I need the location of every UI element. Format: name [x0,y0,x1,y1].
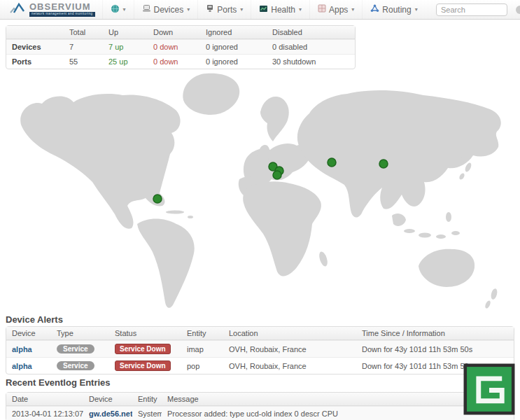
gear-icon[interactable] [516,6,520,14]
eventlog-title: Recent Eventlog Entries [6,377,111,388]
service-down-badge: Service Down [115,344,171,354]
event-device-link[interactable]: gw.de56.net [89,410,132,418]
menu-apps-label: Apps [329,5,348,15]
summary-header-row: Total Up Down Ignored Disabled [6,26,355,39]
menu-apps[interactable]: Apps ▾ [309,0,362,19]
apps-icon [318,4,326,15]
alert-device-link[interactable]: alpha [12,362,32,370]
alerts-col-location: Location [223,327,356,340]
caret-down-icon: ▾ [187,6,190,13]
service-type-badge: Service [57,344,94,354]
eventlog-table: Date Device Entity Message 2013-04-01 12… [6,392,514,420]
eventlog-col-device: Device [83,393,132,406]
device-alerts-panel: Device Type Status Entity Location Time … [6,326,514,374]
eventlog-row: 2013-04-01 12:13:07 gw.de56.net System P… [6,406,514,420]
observium-logo[interactable]: OBSERVIUM network management and monitor… [0,0,102,19]
service-type-badge: Service [57,361,94,370]
alerts-header-row: Device Type Status Entity Location Time … [6,327,514,340]
observium-dashboard: OBSERVIUM network management and monitor… [0,0,520,420]
menu-devices-label: Devices [154,5,184,15]
devices-link[interactable]: Devices [12,43,41,51]
world-map [0,69,520,315]
devices-total: 7 [64,39,103,54]
summary-col-up: Up [103,26,148,39]
device-location-marker[interactable] [328,158,336,167]
status-summary-table: Total Up Down Ignored Disabled Devices 7… [6,25,356,69]
summary-col-disabled: Disabled [267,26,355,39]
world-map-panel [0,69,520,315]
device-location-marker[interactable] [153,195,162,203]
caret-down-icon: ▾ [351,6,354,13]
menu-routing-label: Routing [382,5,411,15]
devices-disabled: 0 disabled [267,39,355,54]
device-location-marker[interactable] [273,171,281,179]
menu-health[interactable]: Health ▾ [251,0,309,19]
devices-up: 7 up [103,39,148,54]
event-date: 2013-04-01 12:13:07 [6,406,83,420]
globe-menu[interactable]: ▾ [102,0,134,19]
event-entity: System [132,406,162,420]
routing-icon [370,4,379,15]
alert-entity: pop [181,357,223,374]
alert-device-link[interactable]: alpha [12,345,32,354]
device-alerts-title: Device Alerts [6,314,63,325]
summary-col-total: Total [64,26,103,39]
eventlog-header-row: Date Device Entity Message [6,393,514,406]
eventlog-col-entity: Entity [132,393,162,406]
menu-health-label: Health [271,5,295,15]
menu-ports-label: Ports [217,5,237,15]
alerts-col-type: Type [51,327,109,340]
g-watermark-logo [461,363,517,416]
ports-up: 25 up [103,54,148,69]
alert-row: alpha Service Service Down imap OVH, Rou… [6,340,514,357]
service-down-badge: Service Down [115,360,171,371]
caret-down-icon: ▾ [123,6,126,13]
alert-time: Down for 43y 101d 11h 53m 50s [356,340,514,357]
caret-down-icon: ▾ [415,6,418,13]
device-alerts-table: Device Type Status Entity Location Time … [6,326,514,374]
main-menu: ▾ Devices ▾ [102,0,426,19]
alerts-col-device: Device [6,327,51,340]
search-input[interactable] [436,4,507,16]
menu-routing[interactable]: Routing ▾ [362,0,425,19]
devices-ignored: 0 ignored [200,39,267,54]
globe-icon [111,4,120,15]
alert-entity: imap [181,340,223,357]
menu-ports[interactable]: Ports ▾ [197,0,251,19]
alerts-col-entity: Entity [181,327,223,340]
alert-row: alpha Service Service Down pop OVH, Roub… [6,357,514,374]
brand-text: OBSERVIUM network management and monitor… [29,2,95,17]
devices-icon [142,4,151,15]
ports-total: 55 [64,54,103,69]
status-summary-panel: Total Up Down Ignored Disabled Devices 7… [6,25,356,69]
alerts-col-status: Status [109,327,181,340]
summary-col-ignored: Ignored [200,26,267,39]
summary-row-devices: Devices 7 7 up 0 down 0 ignored 0 disabl… [6,39,355,54]
device-location-marker[interactable] [379,160,388,168]
ports-down: 0 down [148,54,200,69]
summary-col-down: Down [148,26,200,39]
ports-disabled: 30 shutdown [267,54,355,69]
ports-icon [206,4,214,15]
navbar: OBSERVIUM network management and monitor… [0,0,520,20]
caret-down-icon: ▾ [299,6,302,13]
alerts-col-time: Time Since / Information [356,327,514,340]
caret-down-icon: ▾ [240,6,243,13]
brand-name: OBSERVIUM [29,2,95,11]
alert-location: OVH, Roubaix, France [223,340,356,357]
ports-link[interactable]: Ports [12,57,31,66]
health-icon [259,5,268,15]
menu-devices[interactable]: Devices ▾ [134,0,198,19]
eventlog-col-date: Date [6,393,83,406]
eventlog-panel: Date Device Entity Message 2013-04-01 12… [6,392,514,420]
alert-location: OVH, Roubaix, France [223,357,356,374]
mountain-logo-icon [10,2,27,18]
ports-ignored: 0 ignored [200,54,267,69]
g-watermark-icon [461,363,517,416]
summary-row-ports: Ports 55 25 up 0 down 0 ignored 30 shutd… [6,54,355,69]
summary-col-blank [6,26,64,39]
devices-down: 0 down [148,39,200,54]
brand-tagline: network management and monitoring [29,12,95,17]
